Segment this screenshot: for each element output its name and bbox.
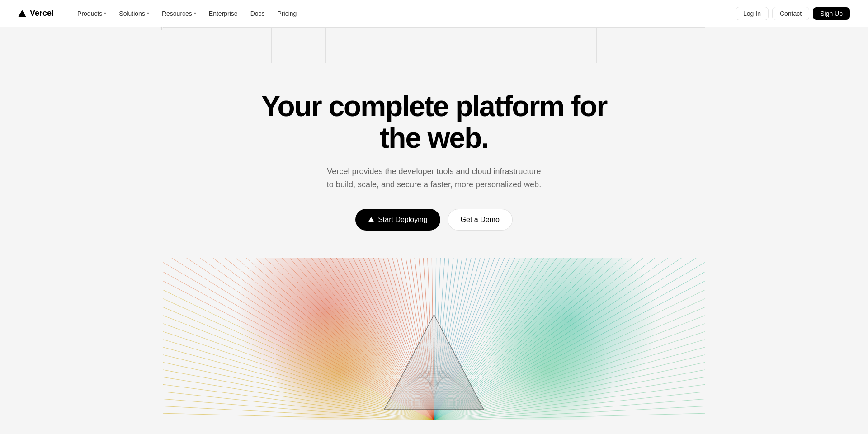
svg-line-129 [163,335,390,410]
chevron-down-icon: ▾ [147,11,149,16]
chevron-down-icon: ▾ [104,11,106,16]
svg-line-226 [476,299,705,406]
svg-marker-260 [384,315,484,410]
hero-wrapper: + Your complete platform for the web. Ve… [0,27,868,420]
svg-line-149 [173,258,401,389]
nav-item-products[interactable]: Products ▾ [72,7,112,20]
grid-cell [434,28,489,63]
svg-line-130 [163,326,390,409]
logo[interactable]: Vercel [18,9,54,18]
svg-line-147 [163,258,400,391]
svg-line-208 [465,258,681,387]
grid-cell [217,28,272,63]
svg-line-210 [467,258,695,389]
nav-item-pricing[interactable]: Pricing [272,7,302,20]
contact-button[interactable]: Contact [772,7,809,20]
grid-lines: + [163,27,705,63]
svg-line-141 [163,258,396,396]
nav-item-resources[interactable]: Resources ▾ [156,7,202,20]
grid-cell [651,28,705,63]
grid-cell [488,28,542,63]
svg-line-218 [472,258,705,396]
svg-line-230 [478,335,705,410]
nav-item-solutions[interactable]: Solutions ▾ [113,7,155,20]
signup-button[interactable]: Sign Up [813,7,850,20]
svg-line-224 [476,281,705,403]
get-demo-button[interactable]: Get a Demo [448,209,513,231]
svg-line-216 [471,258,705,395]
deploy-triangle-icon [368,217,374,222]
svg-line-229 [478,326,705,409]
chevron-down-icon: ▾ [194,11,196,16]
lower-section: runway build times went from 7m to 40s G… [0,420,868,434]
grid-cell [597,28,651,63]
hero-triangle-icon [380,310,488,420]
login-button[interactable]: Log In [736,7,769,20]
svg-line-125 [163,373,389,415]
hero-subtitle: Vercel provides the developer tools and … [321,165,547,191]
svg-line-123 [163,392,389,417]
svg-line-222 [475,264,705,401]
svg-line-236 [479,392,705,417]
svg-line-133 [163,299,392,406]
svg-line-206 [463,258,667,386]
nav-item-docs[interactable]: Docs [245,7,270,20]
svg-line-237 [479,401,705,418]
svg-line-142 [163,258,396,396]
svg-line-153 [201,258,405,386]
svg-line-217 [472,258,705,396]
grid-cell [380,28,434,63]
nav-actions: Log In Contact Sign Up [736,7,850,20]
svg-line-209 [466,258,688,388]
svg-line-122 [163,401,389,418]
svg-line-135 [163,281,392,403]
grid-cell [326,28,380,63]
svg-line-151 [187,258,403,387]
navbar: Vercel Products ▾ Solutions ▾ Resources … [0,0,868,27]
svg-line-150 [180,258,402,388]
logo-triangle-icon [18,10,26,17]
svg-line-143 [163,258,397,395]
nav-item-enterprise[interactable]: Enterprise [203,7,243,20]
hero-title: Your complete platform for the web. [253,90,615,154]
svg-line-234 [479,373,705,415]
svg-line-212 [468,258,705,391]
grid-cell [272,28,326,63]
svg-line-137 [163,264,393,401]
main-content: + Your complete platform for the web. Ve… [0,0,868,434]
svg-line-228 [477,317,705,407]
grid-cell [542,28,597,63]
cta-buttons: Start Deploying Get a Demo [253,209,615,231]
svg-line-131 [163,317,391,407]
start-deploying-button[interactable]: Start Deploying [355,209,440,231]
grid-cell [163,28,217,63]
logo-text: Vercel [30,9,54,18]
nav-links: Products ▾ Solutions ▾ Resources ▾ Enter… [72,7,736,20]
hero-content: Your complete platform for the web. Verc… [244,63,624,258]
hero-visual [163,258,705,420]
